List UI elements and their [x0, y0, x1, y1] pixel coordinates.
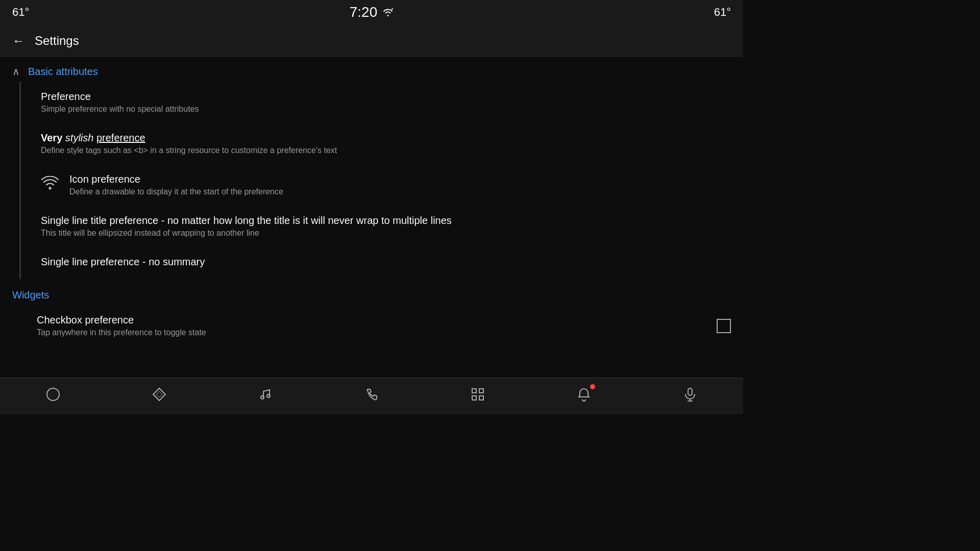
stylish-preference-title: Very stylish preference [41, 132, 731, 144]
icon-preference-item[interactable]: Icon preference Define a drawable to dis… [24, 164, 743, 206]
svg-rect-10 [688, 388, 692, 395]
single-line-title-item[interactable]: Single line title preference - no matter… [24, 206, 743, 247]
temp-right: 61° [714, 6, 731, 19]
single-line-title-summary: This title will be ellipsized instead of… [41, 229, 731, 238]
nav-microphone-button[interactable] [678, 382, 702, 410]
icon-preference-text: Icon preference Define a drawable to dis… [69, 173, 731, 196]
back-button[interactable]: ← [12, 34, 24, 48]
nav-music-button[interactable] [253, 382, 278, 410]
status-bar: 61° 7:20 61° [0, 0, 743, 24]
wifi-icon [41, 176, 59, 194]
preference-item[interactable]: Preference Simple preference with no spe… [24, 82, 743, 123]
chevron-up-icon[interactable]: ∧ [12, 65, 20, 78]
top-bar: ← Settings [0, 24, 743, 57]
svg-point-0 [49, 187, 52, 190]
temp-left: 61° [12, 6, 29, 19]
basic-attributes-header[interactable]: ∧ Basic attributes [0, 57, 743, 82]
svg-marker-3 [156, 391, 162, 397]
nav-phone-button[interactable] [359, 382, 384, 410]
main-content: ∧ Basic attributes Preference Simple pre… [0, 57, 743, 378]
preference-summary: Simple preference with no special attrib… [41, 105, 731, 114]
single-line-title: Single line title preference - no matter… [41, 215, 731, 227]
bottom-nav [0, 378, 743, 414]
checkbox-preference-title: Checkbox preference [37, 314, 206, 326]
single-line-no-summary-title: Single line preference - no summary [41, 256, 731, 268]
nav-notifications-button[interactable] [572, 382, 596, 410]
svg-point-4 [261, 396, 264, 399]
svg-marker-2 [153, 388, 165, 400]
icon-preference-summary: Define a drawable to display it at the s… [69, 187, 731, 196]
nav-grid-button[interactable] [465, 382, 490, 410]
nav-navigate-button[interactable] [147, 382, 172, 410]
stylish-bold-part: Very [41, 132, 65, 143]
svg-rect-7 [479, 389, 483, 393]
single-line-no-summary-item[interactable]: Single line preference - no summary [24, 247, 743, 279]
stylish-preference-item[interactable]: Very stylish preference Define style tag… [24, 123, 743, 164]
icon-preference-title: Icon preference [69, 173, 731, 185]
time-display: 7:20 [350, 4, 378, 20]
status-center: 7:20 [350, 4, 394, 20]
wifi-status-icon [382, 4, 394, 20]
svg-point-1 [47, 388, 59, 400]
basic-attributes-items: Preference Simple preference with no spe… [0, 82, 743, 279]
checkbox-control[interactable] [717, 319, 731, 333]
svg-rect-9 [479, 396, 483, 400]
page-title: Settings [35, 34, 79, 48]
stylish-preference-summary: Define style tags such as <b> in a strin… [41, 146, 731, 155]
widgets-title: Widgets [12, 289, 49, 300]
checkbox-preference-item[interactable]: Checkbox preference Tap anywhere in this… [0, 305, 743, 346]
widgets-header: Widgets [0, 279, 743, 305]
svg-point-5 [267, 394, 270, 397]
stylish-italic-part: stylish [65, 132, 96, 143]
basic-attributes-title: Basic attributes [28, 66, 98, 78]
checkbox-preference-summary: Tap anywhere in this preference to toggl… [37, 328, 206, 337]
stylish-underline-part: preference [96, 132, 145, 143]
svg-rect-8 [472, 396, 476, 400]
nav-home-button[interactable] [41, 382, 65, 410]
preference-title: Preference [41, 91, 731, 103]
svg-rect-6 [472, 389, 476, 393]
notification-dot [590, 384, 595, 389]
checkbox-preference-text: Checkbox preference Tap anywhere in this… [37, 314, 206, 337]
